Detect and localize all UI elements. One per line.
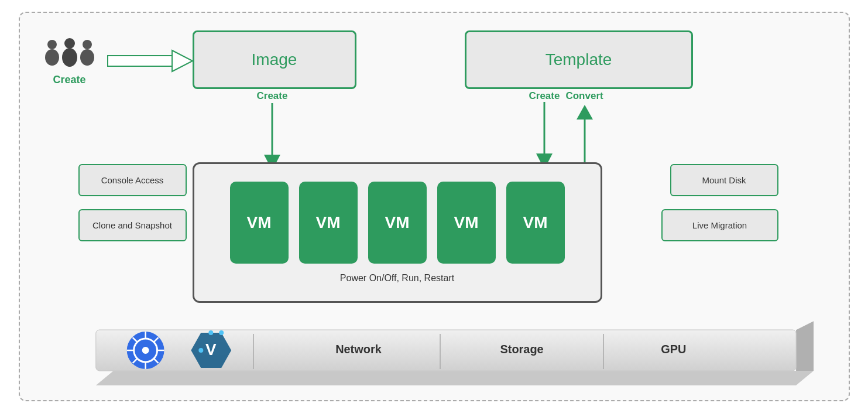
- arrow-convert-up-svg: [573, 102, 596, 171]
- convert-label: Convert: [565, 90, 603, 102]
- svg-point-20: [142, 347, 149, 354]
- power-label: Power On/Off, Run, Restart: [340, 273, 454, 284]
- arrow-template-vm: Create Convert: [529, 90, 603, 171]
- svg-point-4: [83, 40, 92, 49]
- users-area: Create: [43, 36, 96, 86]
- vm-row: VM VM VM VM VM: [230, 182, 565, 264]
- clone-label: Clone and Snapshot: [92, 220, 172, 230]
- svg-text:Storage: Storage: [500, 343, 543, 356]
- svg-point-0: [47, 40, 57, 49]
- svg-marker-7: [172, 50, 193, 71]
- image-label: Image: [252, 50, 297, 69]
- vm-block-5: VM: [506, 182, 565, 264]
- create-from-image-label: Create: [257, 90, 288, 102]
- svg-point-3: [62, 48, 77, 67]
- arrow-image-to-vm: Create: [257, 90, 288, 172]
- arrow-users-image-svg: [105, 45, 195, 77]
- image-box: Image: [193, 30, 356, 89]
- svg-marker-16: [796, 321, 814, 371]
- svg-point-1: [45, 49, 59, 66]
- console-label: Console Access: [101, 175, 164, 185]
- template-box: Template: [465, 30, 693, 89]
- arrow-users-to-image: [105, 45, 195, 80]
- vm-block-2: VM: [299, 182, 358, 264]
- main-diagram: Create Image Template Create Create: [19, 12, 850, 401]
- clone-box: Clone and Snapshot: [78, 209, 187, 241]
- svg-text:GPU: GPU: [661, 343, 686, 356]
- svg-point-33: [219, 330, 224, 335]
- users-create-label: Create: [53, 74, 85, 86]
- arrow-convert-col: Convert: [565, 90, 603, 171]
- svg-point-5: [80, 49, 94, 66]
- svg-point-31: [198, 348, 203, 353]
- svg-marker-12: [577, 105, 593, 120]
- svg-text:V: V: [205, 340, 216, 359]
- infra-3d-svg: V Network Storage GPU: [78, 321, 814, 385]
- vm-block-4: VM: [437, 182, 496, 264]
- vm-block-1: VM: [230, 182, 289, 264]
- svg-point-2: [64, 38, 75, 49]
- console-box: Console Access: [78, 164, 187, 196]
- mount-box: Mount Disk: [670, 164, 778, 196]
- mount-label: Mount Disk: [702, 175, 746, 185]
- vm-cluster: VM VM VM VM VM Power On/Off, Run, Restar…: [193, 162, 602, 303]
- template-label: Template: [545, 50, 612, 69]
- live-migration-box: Live Migration: [661, 209, 778, 241]
- svg-point-32: [208, 330, 213, 335]
- arrow-create-col: Create: [529, 90, 560, 171]
- create-from-template-label: Create: [529, 90, 560, 102]
- svg-rect-6: [108, 56, 172, 66]
- infrastructure-bar: V Network Storage GPU: [78, 321, 814, 385]
- vm-block-3: VM: [368, 182, 427, 264]
- arrow-create-down-svg: [533, 102, 556, 171]
- users-icon: [43, 36, 96, 71]
- live-migration-label: Live Migration: [692, 220, 747, 230]
- svg-marker-14: [95, 371, 813, 385]
- svg-text:Network: Network: [335, 343, 382, 356]
